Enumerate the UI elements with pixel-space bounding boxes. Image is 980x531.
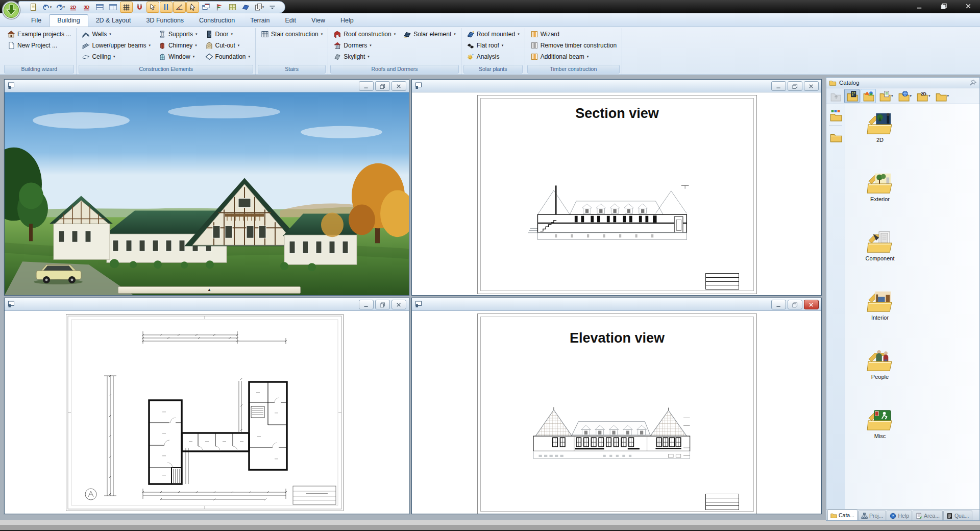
ribbon-item-label: Remove timber construction	[541, 42, 617, 49]
tab-edit[interactable]: Edit	[278, 15, 304, 27]
ribbon-item-window[interactable]: Window▾	[157, 52, 199, 61]
arrange-windows-button[interactable]	[200, 2, 212, 13]
catalog-item-exterior[interactable]: Exterior	[859, 172, 901, 202]
folder-shortcut-a-button[interactable]	[829, 109, 842, 122]
ribbon-item-solar-element[interactable]: Solar element▾	[402, 29, 457, 39]
tab-view[interactable]: View	[304, 15, 333, 27]
split-vertical-button[interactable]	[107, 2, 119, 13]
render-3d-canvas[interactable]: ▲	[5, 92, 409, 295]
statusbar	[0, 520, 980, 531]
catalog-extras-button[interactable]: ▾	[933, 89, 951, 103]
pin-icon[interactable]	[969, 79, 977, 87]
window-restore-button[interactable]	[937, 1, 950, 11]
ribbon-item-ceiling[interactable]: Ceiling▾	[80, 52, 152, 61]
copy-button[interactable]: ▾	[253, 2, 265, 13]
catalog-item-interior[interactable]: Interior	[859, 290, 901, 321]
material-button[interactable]	[239, 2, 252, 13]
window-close-button[interactable]	[962, 1, 975, 11]
redo-button[interactable]: ▾	[54, 2, 66, 13]
viewport-close-button[interactable]	[804, 300, 819, 309]
snap-magnet-button[interactable]	[133, 2, 146, 13]
viewport-minimize-button[interactable]	[359, 300, 374, 309]
ribbon-item-wizard[interactable]: Wizard	[529, 29, 618, 39]
section-canvas[interactable]: Section view	[412, 92, 821, 295]
tab-help[interactable]: ?Help	[887, 511, 912, 520]
viewport-restore-button[interactable]	[375, 300, 390, 309]
guides-button[interactable]	[160, 2, 173, 13]
ribbon-item-stair-construction[interactable]: Stair construction▾	[259, 29, 324, 39]
catalog-item-people[interactable]: People	[859, 349, 901, 380]
ribbon-item-remove-timber-construction[interactable]: Remove timber construction	[529, 40, 618, 50]
application-menu-button[interactable]	[2, 1, 21, 20]
ribbon-item-supports[interactable]: Supports▾	[157, 29, 199, 39]
viewport-restore-button[interactable]	[375, 81, 390, 91]
ribbon-item-label: Chimney	[168, 42, 192, 49]
viewport-close-button[interactable]	[804, 81, 819, 91]
ribbon-item-new-project[interactable]: New Project ...	[6, 40, 72, 50]
catalog-internet-button[interactable]: ▾	[896, 89, 914, 103]
3d-view-button[interactable]: 3D	[80, 2, 93, 13]
ribbon-item-roof-mounted[interactable]: Roof mounted▾	[465, 29, 521, 39]
folder-plain-button[interactable]	[829, 130, 842, 142]
tab-construction[interactable]: Construction	[191, 15, 242, 27]
hatch-pattern-button[interactable]	[226, 2, 239, 13]
catalog-item-misc[interactable]: Misc	[859, 408, 901, 439]
ribbon-item-foundation[interactable]: Foundation▾	[204, 52, 252, 61]
tab-help[interactable]: Help	[333, 15, 361, 27]
viewport-close-button[interactable]	[391, 81, 406, 91]
tab-terrain[interactable]: Terrain	[242, 15, 277, 27]
more-button[interactable]	[266, 2, 279, 13]
ribbon-item-flat-roof[interactable]: Flat roof▾	[465, 40, 521, 50]
tab-cata[interactable]: Cata...	[827, 510, 857, 520]
ribbon-item-analysis[interactable]: Analysis	[465, 52, 521, 61]
catalog-objects-button[interactable]	[844, 89, 860, 103]
elevation-canvas[interactable]: Elevation view	[412, 311, 821, 514]
catalog-materials-button[interactable]	[861, 89, 876, 103]
ribbon-item-lower-upper-beams[interactable]: Lower/upper beams▾	[80, 40, 152, 50]
grid-button[interactable]	[120, 2, 133, 13]
ribbon-item-dormers[interactable]: Dormers▾	[332, 40, 397, 50]
viewport-sheet-icon	[414, 300, 423, 308]
viewport-minimize-button[interactable]	[771, 300, 786, 309]
tab-2d-layout[interactable]: 2D & Layout	[88, 15, 139, 27]
select-arrow-button[interactable]	[186, 2, 199, 13]
viewport-restore-button[interactable]	[788, 300, 802, 309]
ribbon-item-example-projects[interactable]: Example projects ...	[6, 29, 72, 39]
plan-canvas[interactable]	[5, 311, 409, 514]
viewport-restore-button[interactable]	[788, 81, 802, 91]
smart-select-button[interactable]	[146, 2, 159, 13]
catalog-item-component[interactable]: Component	[859, 231, 901, 261]
tab-file[interactable]: File	[23, 15, 49, 27]
ribbon-item-additional-beam[interactable]: Additional beam▾	[529, 52, 618, 61]
ribbon-item-label: Lower/upper beams	[92, 42, 146, 49]
catalog-panel: Catalog ▾▾2D▾▾ 2DExteriorComponentInteri…	[826, 77, 980, 521]
ribbon-item-cut-out[interactable]: Cut-out▾	[204, 40, 252, 50]
undo-button[interactable]: ▾	[40, 2, 53, 13]
split-horizontal-button[interactable]	[93, 2, 106, 13]
window-minimize-button[interactable]	[913, 1, 926, 11]
2d-view-button[interactable]: 2D	[67, 2, 80, 13]
tab-building[interactable]: Building	[49, 14, 88, 27]
ribbon-item-walls[interactable]: Walls▾	[80, 29, 152, 39]
catalog-documents-button[interactable]: ▾	[877, 89, 895, 103]
new-document-button[interactable]	[27, 2, 40, 13]
view-scroll-strip[interactable]: ▲	[118, 286, 301, 294]
catalog-2d-button[interactable]: 2D▾	[914, 89, 932, 103]
cutout-icon	[205, 41, 213, 50]
catalog-item-2d[interactable]: 2D	[859, 112, 901, 143]
ribbon-item-door[interactable]: Door▾	[204, 29, 252, 39]
tab-proj[interactable]: Proj...	[858, 511, 886, 520]
ribbon-item-roof-construction[interactable]: Roof construction▾	[332, 29, 397, 39]
tab-3d-functions[interactable]: 3D Functions	[138, 15, 191, 27]
tab-qua[interactable]: Qua...	[943, 511, 972, 520]
viewport-close-button[interactable]	[391, 300, 406, 309]
tab-area[interactable]: Area...	[913, 511, 943, 520]
measure-angle-button[interactable]	[173, 2, 186, 13]
viewport-minimize-button[interactable]	[771, 81, 786, 91]
flag-button[interactable]	[213, 2, 226, 13]
ribbon-item-chimney[interactable]: Chimney▾	[157, 40, 199, 50]
viewport-minimize-button[interactable]	[359, 81, 374, 91]
ribbon-item-skylight[interactable]: Skylight▾	[332, 52, 397, 61]
catalog-documents-icon	[878, 90, 891, 102]
viewport-3d-titlebar	[5, 80, 409, 92]
